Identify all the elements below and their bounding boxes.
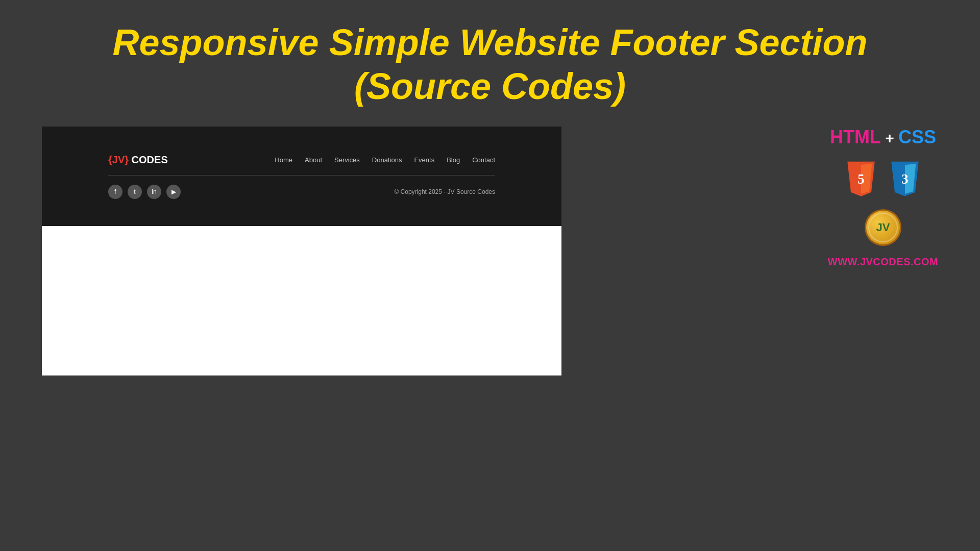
footer-bottom: f t in ▶ © Copyright 2025 - JV Source Co…: [108, 176, 495, 199]
css-text: CSS: [898, 127, 936, 147]
logo-bracket-open: {: [108, 154, 112, 165]
youtube-icon[interactable]: ▶: [166, 185, 181, 199]
page-title: Responsive Simple Website Footer Section…: [102, 20, 878, 109]
footer-nav: Home About Services Donations Events Blo…: [275, 155, 495, 164]
footer-preview: {JV} CODES Home About Services Donations…: [42, 127, 561, 226]
footer-logo: {JV} CODES: [108, 154, 168, 166]
plus-text: +: [881, 130, 898, 146]
nav-link-about[interactable]: About: [305, 156, 322, 164]
nav-link-services[interactable]: Services: [334, 156, 360, 164]
website-url[interactable]: WWW.JVCODES.COM: [828, 256, 938, 268]
css3-icon: 3: [887, 158, 923, 199]
instagram-icon[interactable]: in: [147, 185, 161, 199]
svg-text:5: 5: [857, 171, 864, 187]
html-css-label: HTML + CSS: [830, 127, 936, 148]
logo-jv: JV: [112, 154, 125, 165]
nav-link-donations[interactable]: Donations: [372, 156, 402, 164]
nav-item-about[interactable]: About: [305, 155, 322, 164]
title-area: Responsive Simple Website Footer Section…: [0, 0, 980, 124]
html5-icon: 5: [843, 158, 879, 199]
svg-text:3: 3: [901, 171, 908, 187]
nav-link-contact[interactable]: Contact: [472, 156, 495, 164]
jv-coin-text: JV: [876, 221, 890, 234]
nav-item-home[interactable]: Home: [275, 155, 292, 164]
nav-item-blog[interactable]: Blog: [447, 155, 460, 164]
facebook-icon[interactable]: f: [108, 185, 122, 199]
nav-item-services[interactable]: Services: [334, 155, 360, 164]
logo-bracket-close: }: [125, 154, 129, 165]
html-text: HTML: [830, 127, 881, 147]
right-sidebar: HTML + CSS 5 3 JV WWW.JVCODES.COM: [827, 127, 939, 268]
twitter-icon[interactable]: t: [128, 185, 142, 199]
nav-item-contact[interactable]: Contact: [472, 155, 495, 164]
copyright-text: © Copyright 2025 - JV Source Codes: [394, 188, 495, 195]
footer-nav-list: Home About Services Donations Events Blo…: [275, 155, 495, 164]
logo-codes: CODES: [129, 154, 168, 165]
nav-link-home[interactable]: Home: [275, 156, 292, 164]
social-icons: f t in ▶: [108, 185, 181, 199]
nav-item-donations[interactable]: Donations: [372, 155, 402, 164]
nav-link-events[interactable]: Events: [414, 156, 434, 164]
title-line1: Responsive Simple Website Footer Section: [112, 22, 867, 63]
tech-icons: 5 3: [843, 158, 923, 199]
preview-wrapper: {JV} CODES Home About Services Donations…: [42, 127, 561, 375]
content-preview: [42, 226, 561, 375]
title-line2: (Source Codes): [354, 66, 626, 107]
nav-item-events[interactable]: Events: [414, 155, 434, 164]
footer-top: {JV} CODES Home About Services Donations…: [108, 154, 495, 176]
nav-link-blog[interactable]: Blog: [447, 156, 460, 164]
jv-coin: JV: [865, 209, 901, 246]
